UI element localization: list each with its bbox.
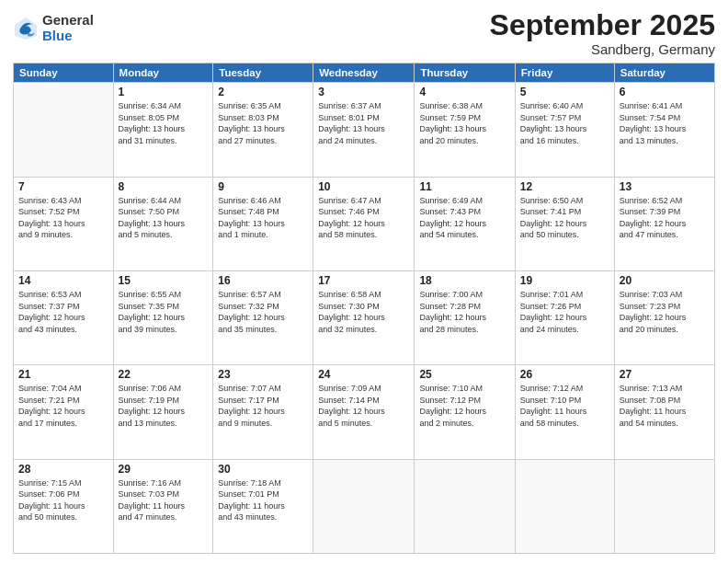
day-number-w2-d3: 9 xyxy=(218,180,308,193)
day-info-w1-d6: Sunrise: 6:40 AM Sunset: 7:57 PM Dayligh… xyxy=(520,100,609,146)
col-sunday: Sunday xyxy=(14,63,114,83)
day-info-w3-d3: Sunrise: 6:57 AM Sunset: 7:32 PM Dayligh… xyxy=(218,289,308,335)
day-number-w4-d3: 23 xyxy=(218,368,308,381)
week-row-1: 1Sunrise: 6:34 AM Sunset: 8:05 PM Daylig… xyxy=(14,83,715,177)
day-info-w2-d4: Sunrise: 6:47 AM Sunset: 7:46 PM Dayligh… xyxy=(318,195,409,241)
cell-w5-d1: 28Sunrise: 7:15 AM Sunset: 7:06 PM Dayli… xyxy=(14,459,114,553)
cell-w4-d4: 24Sunrise: 7:09 AM Sunset: 7:14 PM Dayli… xyxy=(313,365,415,459)
cell-w1-d7: 6Sunrise: 6:41 AM Sunset: 7:54 PM Daylig… xyxy=(614,83,714,177)
day-number-w3-d3: 16 xyxy=(218,274,308,287)
cell-w1-d3: 2Sunrise: 6:35 AM Sunset: 8:03 PM Daylig… xyxy=(213,83,313,177)
day-number-w3-d5: 18 xyxy=(419,274,509,287)
day-number-w1-d2: 1 xyxy=(119,86,209,98)
day-info-w4-d2: Sunrise: 7:06 AM Sunset: 7:19 PM Dayligh… xyxy=(119,383,209,429)
day-number-w2-d1: 7 xyxy=(18,180,108,193)
cell-w5-d6 xyxy=(515,459,614,553)
day-number-w4-d1: 21 xyxy=(18,368,108,381)
day-info-w1-d4: Sunrise: 6:37 AM Sunset: 8:01 PM Dayligh… xyxy=(318,100,409,146)
week-row-3: 14Sunrise: 6:53 AM Sunset: 7:37 PM Dayli… xyxy=(14,270,715,364)
day-info-w2-d1: Sunrise: 6:43 AM Sunset: 7:52 PM Dayligh… xyxy=(18,195,108,241)
title-block: September 2025 Sandberg, Germany xyxy=(490,9,715,57)
header: General Blue September 2025 Sandberg, Ge… xyxy=(13,9,715,57)
col-tuesday: Tuesday xyxy=(213,63,313,83)
day-number-w3-d4: 17 xyxy=(318,274,409,287)
day-number-w4-d5: 25 xyxy=(419,368,509,381)
cell-w2-d5: 11Sunrise: 6:49 AM Sunset: 7:43 PM Dayli… xyxy=(415,177,515,270)
day-number-w2-d7: 13 xyxy=(620,180,710,193)
day-number-w5-d1: 28 xyxy=(18,463,108,476)
cell-w4-d3: 23Sunrise: 7:07 AM Sunset: 7:17 PM Dayli… xyxy=(213,365,313,459)
col-wednesday: Wednesday xyxy=(313,63,415,83)
cell-w3-d1: 14Sunrise: 6:53 AM Sunset: 7:37 PM Dayli… xyxy=(14,270,114,364)
cell-w5-d2: 29Sunrise: 7:16 AM Sunset: 7:03 PM Dayli… xyxy=(113,459,213,553)
calendar-table: Sunday Monday Tuesday Wednesday Thursday… xyxy=(13,63,715,554)
day-info-w1-d5: Sunrise: 6:38 AM Sunset: 7:59 PM Dayligh… xyxy=(419,100,509,146)
cell-w1-d6: 5Sunrise: 6:40 AM Sunset: 7:57 PM Daylig… xyxy=(515,83,614,177)
day-info-w3-d4: Sunrise: 6:58 AM Sunset: 7:30 PM Dayligh… xyxy=(318,289,409,335)
cell-w1-d5: 4Sunrise: 6:38 AM Sunset: 7:59 PM Daylig… xyxy=(415,83,515,177)
month-title: September 2025 xyxy=(490,9,715,41)
cell-w2-d2: 8Sunrise: 6:44 AM Sunset: 7:50 PM Daylig… xyxy=(113,177,213,270)
day-number-w1-d5: 4 xyxy=(419,86,509,98)
calendar-header: Sunday Monday Tuesday Wednesday Thursday… xyxy=(14,63,715,83)
day-info-w3-d7: Sunrise: 7:03 AM Sunset: 7:23 PM Dayligh… xyxy=(620,289,710,335)
day-number-w4-d2: 22 xyxy=(119,368,209,381)
cell-w5-d3: 30Sunrise: 7:18 AM Sunset: 7:01 PM Dayli… xyxy=(213,459,313,553)
day-number-w1-d3: 2 xyxy=(218,86,308,98)
cell-w5-d5 xyxy=(415,459,515,553)
day-info-w2-d6: Sunrise: 6:50 AM Sunset: 7:41 PM Dayligh… xyxy=(520,195,609,241)
week-row-2: 7Sunrise: 6:43 AM Sunset: 7:52 PM Daylig… xyxy=(14,177,715,270)
day-number-w3-d7: 20 xyxy=(620,274,710,287)
cell-w2-d6: 12Sunrise: 6:50 AM Sunset: 7:41 PM Dayli… xyxy=(515,177,614,270)
day-info-w4-d3: Sunrise: 7:07 AM Sunset: 7:17 PM Dayligh… xyxy=(218,383,308,429)
cell-w3-d4: 17Sunrise: 6:58 AM Sunset: 7:30 PM Dayli… xyxy=(313,270,415,364)
day-info-w5-d3: Sunrise: 7:18 AM Sunset: 7:01 PM Dayligh… xyxy=(218,477,308,523)
cell-w1-d4: 3Sunrise: 6:37 AM Sunset: 8:01 PM Daylig… xyxy=(313,83,415,177)
cell-w4-d1: 21Sunrise: 7:04 AM Sunset: 7:21 PM Dayli… xyxy=(14,365,114,459)
cell-w2-d3: 9Sunrise: 6:46 AM Sunset: 7:48 PM Daylig… xyxy=(213,177,313,270)
cell-w2-d4: 10Sunrise: 6:47 AM Sunset: 7:46 PM Dayli… xyxy=(313,177,415,270)
page: General Blue September 2025 Sandberg, Ge… xyxy=(0,0,728,563)
day-number-w4-d7: 27 xyxy=(620,368,710,381)
day-number-w3-d1: 14 xyxy=(18,274,108,287)
cell-w3-d2: 15Sunrise: 6:55 AM Sunset: 7:35 PM Dayli… xyxy=(113,270,213,364)
day-number-w2-d2: 8 xyxy=(119,180,209,193)
header-row: Sunday Monday Tuesday Wednesday Thursday… xyxy=(14,63,715,83)
day-info-w4-d1: Sunrise: 7:04 AM Sunset: 7:21 PM Dayligh… xyxy=(18,383,108,429)
day-info-w3-d1: Sunrise: 6:53 AM Sunset: 7:37 PM Dayligh… xyxy=(18,289,108,335)
cell-w4-d6: 26Sunrise: 7:12 AM Sunset: 7:10 PM Dayli… xyxy=(515,365,614,459)
logo: General Blue xyxy=(13,13,94,43)
day-info-w4-d4: Sunrise: 7:09 AM Sunset: 7:14 PM Dayligh… xyxy=(318,383,409,429)
cell-w5-d7 xyxy=(614,459,714,553)
day-info-w1-d2: Sunrise: 6:34 AM Sunset: 8:05 PM Dayligh… xyxy=(119,100,209,146)
day-info-w4-d6: Sunrise: 7:12 AM Sunset: 7:10 PM Dayligh… xyxy=(520,383,609,429)
col-thursday: Thursday xyxy=(415,63,515,83)
day-info-w2-d2: Sunrise: 6:44 AM Sunset: 7:50 PM Dayligh… xyxy=(119,195,209,241)
cell-w4-d7: 27Sunrise: 7:13 AM Sunset: 7:08 PM Dayli… xyxy=(614,365,714,459)
cell-w2-d1: 7Sunrise: 6:43 AM Sunset: 7:52 PM Daylig… xyxy=(14,177,114,270)
cell-w4-d2: 22Sunrise: 7:06 AM Sunset: 7:19 PM Dayli… xyxy=(113,365,213,459)
day-info-w2-d3: Sunrise: 6:46 AM Sunset: 7:48 PM Dayligh… xyxy=(218,195,308,241)
day-number-w1-d4: 3 xyxy=(318,86,409,98)
cell-w2-d7: 13Sunrise: 6:52 AM Sunset: 7:39 PM Dayli… xyxy=(614,177,714,270)
day-number-w5-d3: 30 xyxy=(218,463,308,476)
day-info-w1-d3: Sunrise: 6:35 AM Sunset: 8:03 PM Dayligh… xyxy=(218,100,308,146)
col-monday: Monday xyxy=(113,63,213,83)
week-row-5: 28Sunrise: 7:15 AM Sunset: 7:06 PM Dayli… xyxy=(14,459,715,553)
day-info-w5-d2: Sunrise: 7:16 AM Sunset: 7:03 PM Dayligh… xyxy=(119,477,209,523)
calendar-body: 1Sunrise: 6:34 AM Sunset: 8:05 PM Daylig… xyxy=(14,83,715,554)
logo-general-text: General xyxy=(42,13,94,29)
cell-w3-d5: 18Sunrise: 7:00 AM Sunset: 7:28 PM Dayli… xyxy=(415,270,515,364)
cell-w3-d3: 16Sunrise: 6:57 AM Sunset: 7:32 PM Dayli… xyxy=(213,270,313,364)
day-info-w4-d7: Sunrise: 7:13 AM Sunset: 7:08 PM Dayligh… xyxy=(620,383,710,429)
day-info-w1-d7: Sunrise: 6:41 AM Sunset: 7:54 PM Dayligh… xyxy=(620,100,710,146)
day-info-w5-d1: Sunrise: 7:15 AM Sunset: 7:06 PM Dayligh… xyxy=(18,477,108,523)
cell-w1-d2: 1Sunrise: 6:34 AM Sunset: 8:05 PM Daylig… xyxy=(113,83,213,177)
day-number-w1-d7: 6 xyxy=(620,86,710,98)
day-number-w4-d6: 26 xyxy=(520,368,609,381)
day-info-w2-d5: Sunrise: 6:49 AM Sunset: 7:43 PM Dayligh… xyxy=(419,195,509,241)
day-number-w2-d6: 12 xyxy=(520,180,609,193)
day-number-w2-d5: 11 xyxy=(419,180,509,193)
day-info-w2-d7: Sunrise: 6:52 AM Sunset: 7:39 PM Dayligh… xyxy=(620,195,710,241)
cell-w1-d1 xyxy=(14,83,114,177)
